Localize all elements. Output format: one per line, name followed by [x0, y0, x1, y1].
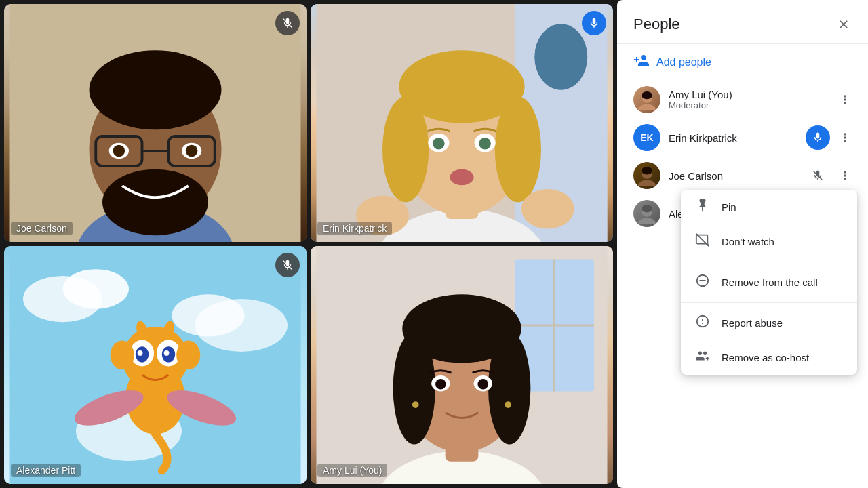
tile-label-joe: Joe Carlson: [11, 222, 73, 235]
svg-point-86: [702, 323, 703, 324]
sidebar-header: People: [617, 0, 868, 44]
svg-point-34: [172, 294, 244, 336]
avatar-amy: [633, 86, 660, 113]
menu-item-pin[interactable]: Pin: [681, 190, 857, 224]
svg-point-65: [412, 401, 419, 408]
svg-point-32: [63, 269, 130, 309]
context-menu: Pin Don't watch Remove from the: [681, 190, 857, 375]
svg-point-26: [479, 138, 491, 150]
svg-point-16: [534, 24, 587, 90]
report-icon: [694, 314, 711, 332]
svg-point-5: [102, 169, 208, 236]
add-people-button[interactable]: Add people: [617, 44, 868, 81]
menu-item-remove-cohost[interactable]: Remove as co-host: [681, 340, 857, 375]
svg-point-45: [176, 340, 200, 369]
menu-label-pin: Pin: [722, 201, 736, 213]
remove-call-icon: [694, 273, 711, 291]
avatar-alex: [633, 200, 660, 227]
add-person-icon: [633, 52, 650, 73]
svg-point-4: [90, 50, 222, 129]
person-name-joe: Joe Carlson: [669, 170, 797, 182]
svg-point-60: [488, 332, 530, 445]
svg-point-66: [505, 401, 511, 408]
person-item-joe: Joe Carlson: [617, 157, 868, 195]
menu-label-dont-watch: Don't watch: [722, 236, 774, 247]
svg-point-69: [642, 92, 652, 99]
mic-status-joe[interactable]: [806, 163, 830, 188]
avatar-joe: [633, 162, 660, 189]
svg-point-68: [638, 104, 656, 110]
tile-label-erin: Erin Kirkpatrick: [317, 222, 392, 235]
svg-point-11: [113, 145, 125, 157]
mic-badge-joe: [275, 11, 300, 35]
svg-point-42: [138, 350, 143, 356]
add-people-label: Add people: [656, 56, 711, 68]
person-actions-erin: [806, 125, 857, 150]
video-grid: Joe Carlson: [0, 0, 617, 488]
person-info-erin: Erin Kirkpatrick: [669, 132, 797, 144]
menu-item-dont-watch[interactable]: Don't watch: [681, 224, 857, 259]
svg-point-59: [393, 332, 435, 445]
svg-point-63: [435, 379, 446, 390]
mic-badge-erin: [582, 11, 606, 35]
avatar-erin: EK: [633, 124, 660, 151]
menu-divider-1: [681, 262, 857, 262]
person-actions-joe: [806, 163, 857, 188]
menu-divider-2: [681, 302, 857, 303]
video-tile-joe[interactable]: Joe Carlson: [4, 4, 307, 242]
menu-label-remove-cohost: Remove as co-host: [722, 352, 809, 363]
more-options-amy[interactable]: [833, 87, 857, 112]
svg-point-25: [433, 138, 445, 150]
svg-point-22: [495, 97, 541, 203]
person-info-joe: Joe Carlson: [669, 170, 797, 182]
alex-bg: [4, 246, 307, 484]
svg-point-43: [164, 350, 170, 356]
svg-point-21: [382, 97, 429, 203]
svg-point-75: [638, 218, 656, 224]
close-button[interactable]: [830, 11, 857, 38]
person-name-amy: Amy Lui (You): [669, 89, 825, 100]
svg-point-71: [638, 180, 656, 186]
menu-label-remove-call: Remove from the call: [722, 277, 818, 288]
svg-point-27: [450, 169, 473, 185]
video-tile-amy[interactable]: Amy Lui (You): [311, 246, 613, 484]
video-tile-erin[interactable]: Erin Kirkpatrick: [311, 4, 613, 242]
person-item-erin: EK Erin Kirkpatrick: [617, 119, 868, 157]
more-options-joe[interactable]: [833, 163, 857, 188]
remove-cohost-icon: [694, 348, 711, 367]
menu-item-report[interactable]: Report abuse: [681, 306, 857, 340]
person-actions-amy: [833, 87, 857, 112]
mic-badge-alex: [275, 253, 300, 277]
svg-point-12: [186, 145, 198, 157]
svg-point-64: [477, 379, 488, 390]
person-name-erin: Erin Kirkpatrick: [669, 132, 797, 144]
tile-label-amy: Amy Lui (You): [317, 464, 387, 477]
mic-status-erin[interactable]: [806, 125, 830, 150]
menu-item-remove-call[interactable]: Remove from the call: [681, 265, 857, 300]
tile-label-alex: Alexander Pitt: [11, 464, 81, 477]
svg-point-72: [642, 167, 652, 174]
people-sidebar: People Add people Amy Lui: [617, 0, 868, 488]
person-info-amy: Amy Lui (You) Moderator: [669, 89, 825, 110]
person-item-amy: Amy Lui (You) Moderator: [617, 81, 868, 119]
person-role-amy: Moderator: [669, 100, 825, 110]
svg-point-44: [111, 340, 134, 369]
sidebar-title: People: [633, 16, 680, 33]
more-options-erin[interactable]: [833, 125, 857, 150]
menu-label-report: Report abuse: [722, 317, 783, 329]
pin-icon: [694, 198, 711, 216]
svg-point-29: [521, 189, 574, 229]
svg-point-76: [642, 205, 652, 212]
dont-watch-icon: [694, 232, 711, 251]
video-tile-alex[interactable]: Alexander Pitt: [4, 246, 307, 484]
